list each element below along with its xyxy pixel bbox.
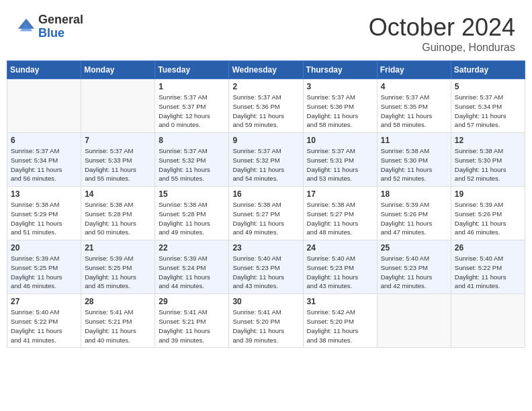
day-info: Sunrise: 5:40 AM Sunset: 5:23 PM Dayligh… (232, 254, 299, 291)
weekday-header: Friday (377, 61, 451, 79)
day-number: 27 (11, 297, 77, 306)
day-info: Sunrise: 5:37 AM Sunset: 5:35 PM Dayligh… (381, 93, 447, 130)
calendar-day-cell: 23Sunrise: 5:40 AM Sunset: 5:23 PM Dayli… (229, 240, 303, 294)
day-info: Sunrise: 5:37 AM Sunset: 5:33 PM Dayligh… (85, 146, 151, 183)
day-number: 10 (307, 136, 373, 145)
day-number: 13 (11, 189, 77, 199)
calendar-day-cell (7, 79, 81, 133)
calendar-day-cell (451, 294, 525, 348)
calendar-day-cell: 2Sunrise: 5:37 AM Sunset: 5:36 PM Daylig… (229, 79, 303, 133)
calendar-day-cell: 3Sunrise: 5:37 AM Sunset: 5:36 PM Daylig… (303, 79, 377, 133)
day-info: Sunrise: 5:41 AM Sunset: 5:21 PM Dayligh… (85, 308, 151, 345)
day-number: 5 (455, 82, 521, 91)
day-number: 12 (455, 136, 521, 145)
weekday-header-row: SundayMondayTuesdayWednesdayThursdayFrid… (7, 61, 525, 79)
calendar-day-cell: 11Sunrise: 5:38 AM Sunset: 5:30 PM Dayli… (377, 133, 451, 187)
calendar-day-cell: 5Sunrise: 5:37 AM Sunset: 5:34 PM Daylig… (451, 79, 525, 133)
day-info: Sunrise: 5:38 AM Sunset: 5:29 PM Dayligh… (11, 200, 77, 237)
weekday-header: Tuesday (155, 61, 229, 79)
day-info: Sunrise: 5:38 AM Sunset: 5:28 PM Dayligh… (159, 200, 225, 237)
day-number: 18 (381, 189, 447, 199)
calendar-day-cell: 20Sunrise: 5:39 AM Sunset: 5:25 PM Dayli… (7, 240, 81, 294)
day-info: Sunrise: 5:41 AM Sunset: 5:21 PM Dayligh… (159, 308, 225, 345)
calendar-day-cell: 12Sunrise: 5:38 AM Sunset: 5:30 PM Dayli… (451, 133, 525, 187)
day-info: Sunrise: 5:39 AM Sunset: 5:24 PM Dayligh… (159, 254, 225, 291)
calendar-day-cell: 9Sunrise: 5:37 AM Sunset: 5:32 PM Daylig… (229, 133, 303, 187)
day-number: 30 (232, 297, 299, 306)
calendar-day-cell: 18Sunrise: 5:39 AM Sunset: 5:26 PM Dayli… (377, 187, 451, 240)
calendar-day-cell: 13Sunrise: 5:38 AM Sunset: 5:29 PM Dayli… (7, 187, 81, 240)
calendar-day-cell: 8Sunrise: 5:37 AM Sunset: 5:32 PM Daylig… (155, 133, 229, 187)
calendar-day-cell: 25Sunrise: 5:40 AM Sunset: 5:23 PM Dayli… (377, 240, 451, 294)
day-number: 2 (232, 82, 299, 91)
day-number: 23 (232, 243, 299, 253)
calendar-day-cell: 22Sunrise: 5:39 AM Sunset: 5:24 PM Dayli… (155, 240, 229, 294)
day-info: Sunrise: 5:40 AM Sunset: 5:22 PM Dayligh… (455, 254, 521, 291)
calendar-day-cell: 4Sunrise: 5:37 AM Sunset: 5:35 PM Daylig… (377, 79, 451, 133)
day-number: 8 (159, 136, 225, 145)
day-number: 29 (159, 297, 225, 306)
day-info: Sunrise: 5:38 AM Sunset: 5:30 PM Dayligh… (381, 146, 447, 183)
weekday-header: Thursday (303, 61, 377, 79)
day-info: Sunrise: 5:37 AM Sunset: 5:37 PM Dayligh… (159, 93, 225, 130)
day-info: Sunrise: 5:39 AM Sunset: 5:25 PM Dayligh… (85, 254, 151, 291)
day-info: Sunrise: 5:37 AM Sunset: 5:36 PM Dayligh… (307, 93, 373, 130)
day-number: 21 (85, 243, 151, 253)
day-number: 24 (307, 243, 373, 253)
day-number: 3 (307, 82, 373, 91)
title-block: October 2024 Guinope, Honduras (369, 13, 515, 54)
day-info: Sunrise: 5:39 AM Sunset: 5:26 PM Dayligh… (381, 200, 447, 237)
day-info: Sunrise: 5:37 AM Sunset: 5:36 PM Dayligh… (232, 93, 299, 130)
day-info: Sunrise: 5:38 AM Sunset: 5:28 PM Dayligh… (85, 200, 151, 237)
day-info: Sunrise: 5:40 AM Sunset: 5:23 PM Dayligh… (307, 254, 373, 291)
day-number: 7 (85, 136, 151, 145)
day-info: Sunrise: 5:40 AM Sunset: 5:23 PM Dayligh… (381, 254, 447, 291)
calendar-day-cell: 28Sunrise: 5:41 AM Sunset: 5:21 PM Dayli… (81, 294, 155, 348)
calendar-day-cell: 14Sunrise: 5:38 AM Sunset: 5:28 PM Dayli… (81, 187, 155, 240)
calendar-day-cell: 6Sunrise: 5:37 AM Sunset: 5:34 PM Daylig… (7, 133, 81, 187)
day-info: Sunrise: 5:40 AM Sunset: 5:22 PM Dayligh… (11, 308, 77, 345)
day-number: 26 (455, 243, 521, 253)
weekday-header: Saturday (451, 61, 525, 79)
day-info: Sunrise: 5:39 AM Sunset: 5:26 PM Dayligh… (455, 200, 521, 237)
day-info: Sunrise: 5:37 AM Sunset: 5:34 PM Dayligh… (455, 93, 521, 130)
weekday-header: Monday (81, 61, 155, 79)
logo-icon (17, 17, 36, 36)
day-number: 15 (159, 189, 225, 199)
day-info: Sunrise: 5:37 AM Sunset: 5:32 PM Dayligh… (159, 146, 225, 183)
day-info: Sunrise: 5:37 AM Sunset: 5:31 PM Dayligh… (307, 146, 373, 183)
calendar-day-cell: 24Sunrise: 5:40 AM Sunset: 5:23 PM Dayli… (303, 240, 377, 294)
day-number: 14 (85, 189, 151, 199)
calendar-week-row: 6Sunrise: 5:37 AM Sunset: 5:34 PM Daylig… (7, 133, 525, 187)
calendar-day-cell: 17Sunrise: 5:38 AM Sunset: 5:27 PM Dayli… (303, 187, 377, 240)
calendar-day-cell: 16Sunrise: 5:38 AM Sunset: 5:27 PM Dayli… (229, 187, 303, 240)
day-number: 1 (159, 82, 225, 91)
day-info: Sunrise: 5:42 AM Sunset: 5:20 PM Dayligh… (307, 308, 373, 345)
day-info: Sunrise: 5:38 AM Sunset: 5:27 PM Dayligh… (307, 200, 373, 237)
calendar-week-row: 13Sunrise: 5:38 AM Sunset: 5:29 PM Dayli… (7, 187, 525, 240)
calendar-day-cell: 29Sunrise: 5:41 AM Sunset: 5:21 PM Dayli… (155, 294, 229, 348)
weekday-header: Sunday (7, 61, 81, 79)
month-title: October 2024 (369, 13, 515, 42)
day-number: 11 (381, 136, 447, 145)
day-number: 19 (455, 189, 521, 199)
day-info: Sunrise: 5:41 AM Sunset: 5:20 PM Dayligh… (232, 308, 299, 345)
calendar-day-cell: 26Sunrise: 5:40 AM Sunset: 5:22 PM Dayli… (451, 240, 525, 294)
calendar-day-cell: 10Sunrise: 5:37 AM Sunset: 5:31 PM Dayli… (303, 133, 377, 187)
day-number: 9 (232, 136, 299, 145)
calendar-day-cell (377, 294, 451, 348)
calendar-day-cell: 21Sunrise: 5:39 AM Sunset: 5:25 PM Dayli… (81, 240, 155, 294)
day-number: 4 (381, 82, 447, 91)
logo-blue: Blue (38, 27, 83, 40)
day-info: Sunrise: 5:38 AM Sunset: 5:27 PM Dayligh… (232, 200, 299, 237)
calendar-day-cell: 31Sunrise: 5:42 AM Sunset: 5:20 PM Dayli… (303, 294, 377, 348)
calendar-day-cell: 19Sunrise: 5:39 AM Sunset: 5:26 PM Dayli… (451, 187, 525, 240)
day-number: 25 (381, 243, 447, 253)
calendar-week-row: 20Sunrise: 5:39 AM Sunset: 5:25 PM Dayli… (7, 240, 525, 294)
calendar-day-cell: 1Sunrise: 5:37 AM Sunset: 5:37 PM Daylig… (155, 79, 229, 133)
day-number: 28 (85, 297, 151, 306)
calendar-week-row: 27Sunrise: 5:40 AM Sunset: 5:22 PM Dayli… (7, 294, 525, 348)
weekday-header: Wednesday (229, 61, 303, 79)
calendar-day-cell (81, 79, 155, 133)
day-info: Sunrise: 5:38 AM Sunset: 5:30 PM Dayligh… (455, 146, 521, 183)
